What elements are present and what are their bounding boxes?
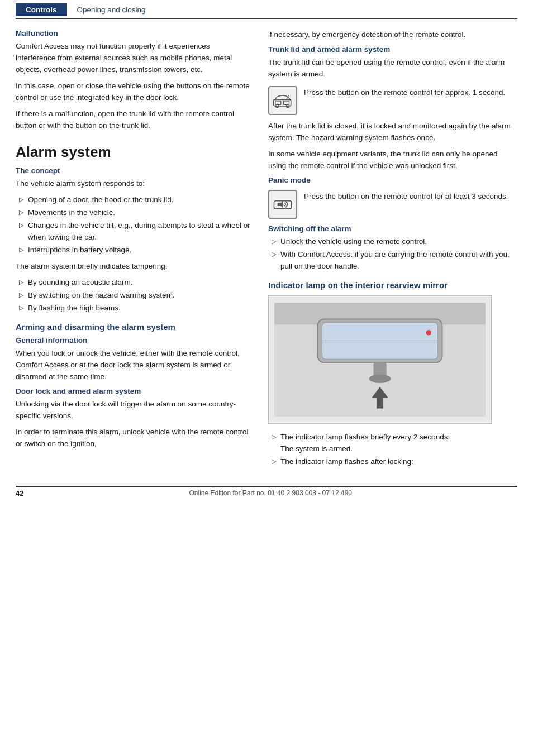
svg-marker-6	[278, 201, 283, 208]
general-info-p: When you lock or unlock the vehicle, eit…	[16, 348, 250, 383]
page-footer: 42 Online Edition for Part no. 01 40 2 9…	[16, 486, 517, 497]
trunk-lid-icon-text: Press the button on the remote control f…	[304, 86, 505, 99]
bullet-arrow-icon: ▷	[16, 277, 23, 287]
list-item: ▷ The indicator lamp flashes briefly eve…	[268, 432, 517, 455]
indicator-lamp-bullet-list: ▷ The indicator lamp flashes briefly eve…	[268, 432, 517, 468]
svg-rect-15	[377, 398, 383, 408]
footer-text: Online Edition for Part no. 01 40 2 903 …	[23, 489, 517, 497]
door-lock-p2: In order to terminate this alarm, unlock…	[16, 427, 250, 450]
bullet-arrow-icon: ▷	[268, 457, 276, 466]
switching-off-section: Switching off the alarm ▷Unlock the vehi…	[268, 224, 517, 272]
concept-title: The concept	[16, 166, 250, 175]
rearview-mirror-svg	[274, 299, 486, 420]
trunk-lid-section: Trunk lid and armed alarm system The tru…	[268, 45, 517, 172]
bullet-arrow-icon: ▷	[16, 303, 23, 313]
trunk-open-icon	[273, 93, 293, 108]
trunk-lid-icon-row: Press the button on the remote control f…	[268, 86, 517, 115]
svg-rect-2	[284, 101, 289, 105]
list-item: ▷Opening of a door, the hood or the trun…	[16, 194, 250, 206]
page-header: Controls Opening and closing	[16, 0, 517, 19]
list-item: ▷By flashing the high beams.	[16, 303, 250, 314]
svg-rect-1	[275, 101, 281, 105]
page-number: 42	[16, 489, 23, 497]
main-content: Malfunction Comfort Access may not funct…	[0, 19, 533, 472]
switching-off-bullet-list: ▷Unlock the vehicle using the remote con…	[268, 236, 517, 272]
bullet-arrow-icon: ▷	[16, 195, 23, 204]
trunk-lid-title: Trunk lid and armed alarm system	[268, 45, 517, 54]
svg-point-16	[426, 330, 431, 336]
bullet-arrow-icon: ▷	[268, 250, 276, 259]
list-item: ▷Interruptions in battery voltage.	[16, 245, 250, 256]
arming-section: Arming and disarming the alarm system Ge…	[16, 322, 250, 383]
malfunction-p3: If there is a malfunction, open the trun…	[16, 108, 250, 132]
trunk-icon-box	[268, 86, 297, 115]
trunk-lid-p1: The trunk lid can be opened using the re…	[268, 57, 517, 80]
panic-mode-title: Panic mode	[268, 176, 517, 184]
concept-bullet-list: ▷Opening of a door, the hood or the trun…	[16, 194, 250, 256]
alarm-system-title: Alarm system	[16, 143, 250, 161]
panic-icon-box	[268, 190, 297, 219]
arming-title: Arming and disarming the alarm system	[16, 322, 250, 332]
trunk-lid-p3: In some vehicle equipment variants, the …	[268, 149, 517, 172]
tampering-bullet-list: ▷By sounding an acoustic alarm. ▷By swit…	[16, 277, 250, 314]
alarm-system-section: Alarm system The concept The vehicle ala…	[16, 143, 250, 314]
header-section-label: Opening and closing	[77, 6, 146, 14]
list-item: ▷Movements in the vehicle.	[16, 207, 250, 219]
cont-text: if necessary, by emergency detection of …	[268, 29, 517, 41]
svg-point-13	[369, 374, 391, 383]
concept-intro: The vehicle alarm system responds to:	[16, 178, 250, 190]
door-lock-section: Door lock and armed alarm system Unlocki…	[16, 387, 250, 450]
list-item: ▷By switching on the hazard warning syst…	[16, 290, 250, 302]
panic-mode-icon-text: Press the button on the remote control f…	[304, 190, 508, 203]
panic-mode-icon-row: Press the button on the remote control f…	[268, 190, 517, 219]
bullet-arrow-icon: ▷	[16, 208, 23, 217]
switching-off-title: Switching off the alarm	[268, 224, 517, 233]
list-item: ▷The indicator lamp flashes after lockin…	[268, 456, 517, 468]
bullet-arrow-icon: ▷	[268, 432, 276, 442]
alarm-speaker-icon	[273, 197, 293, 212]
bullet-arrow-icon: ▷	[16, 290, 23, 300]
list-item: ▷Changes in the vehicle tilt, e.g., duri…	[16, 220, 250, 243]
list-item: ▷Unlock the vehicle using the remote con…	[268, 236, 517, 248]
indicator-lamp-title: Indicator lamp on the interior rearview …	[268, 280, 517, 290]
list-item: ▷With Comfort Access: if you are carryin…	[268, 249, 517, 272]
tampering-intro: The alarm system briefly indicates tampe…	[16, 261, 250, 272]
panic-mode-section: Panic mode Press the button on the remot…	[268, 176, 517, 219]
bullet-arrow-icon: ▷	[268, 237, 276, 246]
malfunction-p1: Comfort Access may not function properly…	[16, 41, 250, 76]
bullet-arrow-icon: ▷	[16, 221, 23, 230]
door-lock-p1: Unlocking via the door lock will trigger…	[16, 399, 250, 422]
right-column: if necessary, by emergency detection of …	[268, 19, 517, 472]
list-item: ▷By sounding an acoustic alarm.	[16, 277, 250, 289]
door-lock-title: Door lock and armed alarm system	[16, 387, 250, 395]
header-controls-label: Controls	[16, 3, 67, 16]
trunk-lid-p2: After the trunk lid is closed, it is loc…	[268, 121, 517, 144]
bullet-arrow-icon: ▷	[16, 245, 23, 255]
left-column: Malfunction Comfort Access may not funct…	[16, 19, 250, 472]
general-info-title: General information	[16, 336, 250, 344]
malfunction-p2: In this case, open or close the vehicle …	[16, 80, 250, 104]
malfunction-section: Malfunction Comfort Access may not funct…	[16, 29, 250, 131]
indicator-lamp-section: Indicator lamp on the interior rearview …	[268, 280, 517, 468]
malfunction-title: Malfunction	[16, 29, 250, 37]
rearview-mirror-image	[268, 295, 492, 424]
